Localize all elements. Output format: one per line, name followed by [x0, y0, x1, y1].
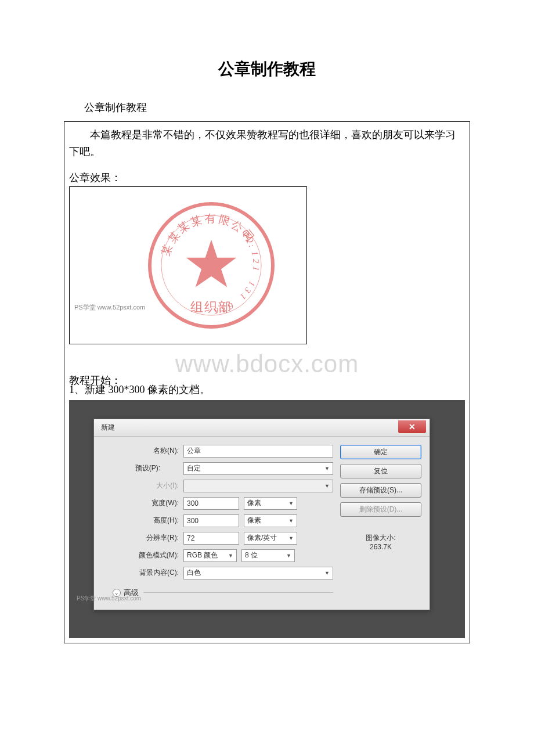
- new-document-dialog: 新建 ✕ 名称(N): 公章 预设(P): 自: [93, 419, 430, 610]
- width-unit-select[interactable]: 像素 ▼: [244, 497, 297, 510]
- color-bits-select[interactable]: 8 位 ▼: [241, 549, 295, 562]
- name-input[interactable]: 公章: [183, 445, 333, 458]
- dialog-header: 新建 ✕: [94, 419, 430, 437]
- reset-button[interactable]: 复位: [340, 464, 421, 478]
- width-unit-value: 像素: [247, 498, 261, 508]
- preset-label: 预设(P):: [102, 463, 165, 473]
- chevron-down-icon: ▼: [288, 501, 294, 506]
- color-mode-value: RGB 颜色: [187, 550, 218, 560]
- color-bits-value: 8 位: [245, 550, 258, 560]
- content-frame: 本篇教程是非常不错的，不仅效果赞教程写的也很详细，喜欢的朋友可以来学习下吧。 公…: [64, 121, 470, 643]
- subtitle: 公章制作教程: [84, 100, 470, 114]
- height-input[interactable]: 300: [183, 514, 239, 527]
- height-unit-value: 像素: [247, 516, 261, 525]
- svg-marker-0: [186, 239, 236, 287]
- dialog-screenshot: 新建 ✕ 名称(N): 公章 预设(P): 自: [69, 400, 465, 638]
- dialog-title: 新建: [101, 423, 115, 433]
- chevron-down-icon: ▼: [324, 483, 330, 489]
- image-size-label: 图像大小:: [340, 533, 421, 543]
- page-title: 公章制作教程: [64, 58, 470, 80]
- resolution-label: 分辨率(R):: [102, 533, 183, 543]
- chevron-down-icon: ▼: [228, 553, 233, 559]
- dialog-body: 名称(N): 公章 预设(P): 自定 ▼ 大小(I):: [94, 437, 430, 610]
- chevron-down-icon: ▼: [288, 535, 294, 541]
- save-preset-button[interactable]: 存储预设(S)...: [340, 483, 421, 498]
- image-size-value: 263.7K: [340, 543, 421, 551]
- background-value: 白色: [187, 568, 201, 578]
- stamp-bottom-text: 组织部: [190, 298, 232, 316]
- effect-label: 公章效果：: [69, 171, 465, 185]
- resolution-unit-value: 像素/英寸: [247, 533, 277, 543]
- size-select: ▼: [183, 480, 333, 492]
- button-column: 确定 复位 存储预设(S)... 删除预设(D)... 图像大小: 263.7K: [340, 445, 421, 598]
- chevron-down-icon: ▼: [324, 466, 330, 471]
- resolution-input[interactable]: 72: [183, 532, 239, 545]
- delete-preset-button: 删除预设(D)...: [340, 502, 421, 517]
- height-unit-select[interactable]: 像素 ▼: [244, 514, 297, 527]
- stamp-preview: 某某某某有限公司 QQ:121 131 636 组织部 PS学堂 www.52p…: [69, 186, 307, 344]
- ok-button[interactable]: 确定: [340, 445, 421, 459]
- width-label: 宽度(W):: [102, 498, 183, 508]
- preset-value: 自定: [187, 463, 201, 473]
- star-icon: [184, 237, 239, 291]
- color-mode-select[interactable]: RGB 颜色 ▼: [183, 549, 237, 562]
- height-label: 高度(H):: [102, 516, 183, 525]
- ps-watermark-dialog: PS学堂 www.52psxt.com: [77, 595, 141, 603]
- resolution-unit-select[interactable]: 像素/英寸 ▼: [244, 532, 297, 545]
- width-input[interactable]: 300: [183, 497, 239, 510]
- form-column: 名称(N): 公章 预设(P): 自定 ▼ 大小(I):: [102, 445, 340, 598]
- step-1-text: 1、新建 300*300 像素的文档。: [69, 383, 465, 397]
- background-select[interactable]: 白色 ▼: [183, 567, 333, 579]
- image-size-info: 图像大小: 263.7K: [340, 533, 421, 551]
- close-button[interactable]: ✕: [398, 420, 426, 433]
- stamp-outer-circle: 某某某某有限公司 QQ:121 131 636 组织部: [148, 202, 275, 329]
- background-label: 背景内容(C):: [102, 568, 183, 578]
- name-label: 名称(N):: [102, 446, 183, 456]
- size-label: 大小(I):: [102, 481, 183, 491]
- chevron-down-icon: ▼: [324, 570, 330, 576]
- divider: [143, 592, 333, 593]
- chevron-down-icon: ▼: [286, 553, 291, 559]
- close-icon: ✕: [409, 422, 416, 431]
- ps-watermark: PS学堂 www.52psxt.com: [74, 303, 145, 312]
- chevron-down-icon: ▼: [288, 518, 294, 524]
- color-mode-label: 颜色模式(M):: [102, 550, 183, 560]
- preset-select[interactable]: 自定 ▼: [183, 462, 333, 475]
- intro-text: 本篇教程是非常不错的，不仅效果赞教程写的也很详细，喜欢的朋友可以来学习下吧。: [69, 127, 465, 160]
